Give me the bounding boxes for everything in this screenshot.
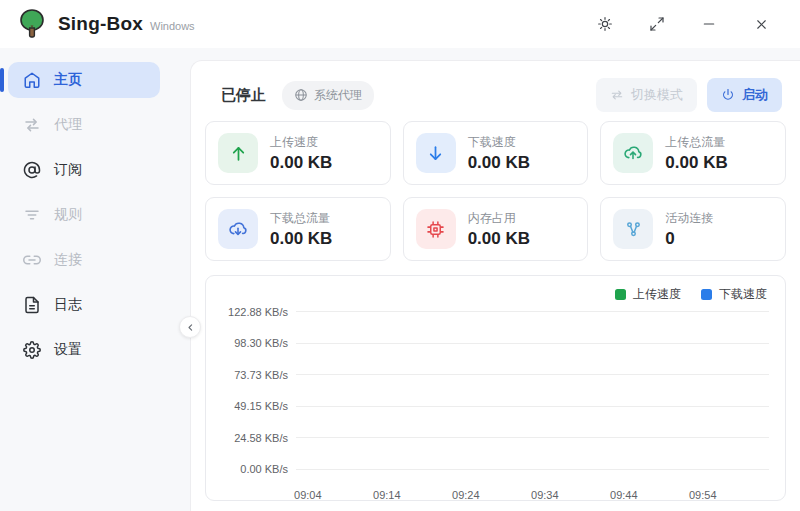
stat-label: 内存占用: [468, 210, 530, 227]
upload-legend-swatch: [615, 289, 626, 300]
chart-x-tick-label: 09:54: [689, 489, 717, 501]
legend-download: 下载速度: [701, 286, 767, 303]
theme-sun-icon: [597, 16, 613, 32]
cpu-icon: [416, 209, 456, 249]
stat-card-connections: 活动连接 0: [600, 197, 786, 261]
gear-icon: [22, 340, 42, 360]
chart-y-tick-label: 98.30 KB/s: [222, 337, 288, 349]
theme-toggle-button[interactable]: [588, 9, 622, 39]
close-button[interactable]: [744, 9, 778, 39]
cloud-upload-icon: [613, 133, 653, 173]
filter-lines-icon: [22, 205, 42, 225]
switch-mode-label: 切换模式: [631, 86, 683, 104]
sidebar-item-label: 设置: [54, 341, 82, 359]
stat-label: 上传总流量: [665, 134, 727, 151]
at-sign-icon: [22, 160, 42, 180]
chart-x-tick-label: 09:34: [531, 489, 559, 501]
close-icon: [754, 17, 769, 32]
chart-gridline: [296, 406, 769, 407]
chart-y-tick-row: 0.00 KB/s: [222, 454, 769, 486]
chart-x-tick-label: 09:04: [294, 489, 322, 501]
chart-x-tick-label: 09:14: [373, 489, 401, 501]
file-text-icon: [22, 295, 42, 315]
app-title: Sing-Box: [58, 13, 143, 35]
sidebar-item-home[interactable]: 主页: [8, 62, 160, 98]
chart-legend: 上传速度 下载速度: [615, 286, 767, 303]
sidebar: 主页 代理 订阅 规则: [0, 48, 190, 511]
network-icon: [613, 209, 653, 249]
swap-arrows-icon: [22, 115, 42, 135]
stat-card-upload-total: 上传总流量 0.00 KB: [600, 121, 786, 185]
chart-grid: 122.88 KB/s98.30 KB/s73.73 KB/s49.15 KB/…: [222, 296, 769, 485]
sidebar-item-proxy[interactable]: 代理: [8, 107, 160, 143]
sidebar-item-connections[interactable]: 连接: [8, 242, 160, 278]
stat-value: 0.00 KB: [468, 229, 530, 249]
start-button-label: 启动: [742, 86, 768, 104]
stat-card-memory: 内存占用 0.00 KB: [403, 197, 589, 261]
chart-x-axis: 09:0409:1409:2409:3409:4409:54: [296, 487, 769, 505]
sidebar-collapse-button[interactable]: [179, 316, 201, 338]
chart-gridline: [296, 437, 769, 438]
start-button[interactable]: 启动: [707, 78, 782, 112]
power-icon: [721, 88, 735, 102]
sidebar-item-label: 代理: [54, 116, 82, 134]
app-window: Sing-Box Windows: [0, 0, 800, 511]
traffic-chart: 上传速度 下载速度 122.88 KB/s98.30 KB/s73.73 KB/…: [205, 275, 786, 501]
sidebar-item-rules[interactable]: 规则: [8, 197, 160, 233]
chart-gridline: [296, 374, 769, 375]
chart-y-tick-row: 98.30 KB/s: [222, 328, 769, 360]
chart-gridline: [296, 469, 769, 470]
home-icon: [22, 70, 42, 90]
stat-value: 0.00 KB: [468, 153, 530, 173]
stat-value: 0.00 KB: [270, 229, 332, 249]
sidebar-item-settings[interactable]: 设置: [8, 332, 160, 368]
title-bar: Sing-Box Windows: [0, 0, 800, 48]
fullscreen-button[interactable]: [640, 9, 674, 39]
legend-label: 上传速度: [633, 286, 681, 303]
switch-mode-icon: [610, 88, 624, 102]
switch-mode-button[interactable]: 切换模式: [596, 78, 697, 112]
stat-card-download-total: 下载总流量 0.00 KB: [205, 197, 391, 261]
stat-card-download-speed: 下载速度 0.00 KB: [403, 121, 589, 185]
chart-y-tick-label: 0.00 KB/s: [222, 463, 288, 475]
chart-y-tick-row: 24.58 KB/s: [222, 422, 769, 454]
core-status-label: 已停止: [221, 86, 266, 105]
stat-label: 下载总流量: [270, 210, 332, 227]
sidebar-item-label: 订阅: [54, 161, 82, 179]
chart-y-tick-label: 49.15 KB/s: [222, 400, 288, 412]
chart-y-tick-row: 73.73 KB/s: [222, 359, 769, 391]
active-indicator: [0, 68, 4, 92]
stat-cards: 上传速度 0.00 KB 下载速度 0.00 KB: [205, 121, 786, 261]
main-area: 已停止 系统代理 切换模式 启动: [190, 48, 800, 511]
chart-y-tick-row: 49.15 KB/s: [222, 391, 769, 423]
sidebar-item-logs[interactable]: 日志: [8, 287, 160, 323]
minimize-button[interactable]: [692, 9, 726, 39]
stat-value: 0.00 KB: [665, 153, 727, 173]
sidebar-item-label: 主页: [54, 71, 82, 89]
status-row: 已停止 系统代理 切换模式 启动: [205, 75, 786, 111]
system-proxy-badge-label: 系统代理: [314, 87, 362, 104]
arrow-up-icon: [218, 133, 258, 173]
legend-label: 下载速度: [719, 286, 767, 303]
link-icon: [22, 250, 42, 270]
chart-gridline: [296, 311, 769, 312]
chart-y-tick-label: 122.88 KB/s: [222, 306, 288, 318]
chart-x-tick-label: 09:24: [452, 489, 480, 501]
stat-label: 上传速度: [270, 134, 332, 151]
stat-value: 0.00 KB: [270, 153, 332, 173]
system-proxy-badge[interactable]: 系统代理: [282, 81, 374, 110]
chart-y-tick-label: 73.73 KB/s: [222, 369, 288, 381]
chart-y-tick-label: 24.58 KB/s: [222, 432, 288, 444]
cloud-download-icon: [218, 209, 258, 249]
stat-label: 下载速度: [468, 134, 530, 151]
stat-value: 0: [665, 229, 713, 249]
arrow-down-icon: [416, 133, 456, 173]
sidebar-item-subscription[interactable]: 订阅: [8, 152, 160, 188]
app-subtitle: Windows: [150, 20, 195, 32]
tree-logo-icon: [18, 9, 46, 39]
chart-gridline: [296, 343, 769, 344]
minimize-icon: [701, 16, 717, 32]
sidebar-item-label: 日志: [54, 296, 82, 314]
globe-icon: [294, 88, 308, 102]
stat-label: 活动连接: [665, 210, 713, 227]
